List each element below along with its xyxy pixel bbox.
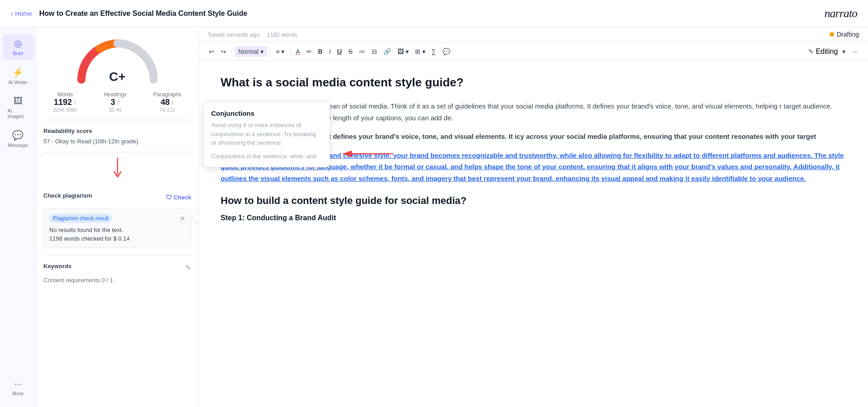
close-result-button[interactable]: ✕ bbox=[179, 214, 185, 223]
sidebar-item-more[interactable]: ··· More bbox=[2, 375, 34, 400]
paragraphs-up-arrow: ↑ bbox=[171, 99, 174, 106]
link-button[interactable]: 🔗 bbox=[381, 46, 394, 57]
top-nav: ‹ Home How to Create an Effective Social… bbox=[0, 0, 868, 27]
sidebar-item-ai-writer-label: AI Writer bbox=[8, 80, 28, 85]
result-header: Plagiarism check result ✕ bbox=[49, 214, 185, 223]
drafting-dot bbox=[830, 32, 834, 37]
more-options-button[interactable]: ··· bbox=[850, 46, 861, 57]
redo-button[interactable]: ↪ bbox=[218, 46, 229, 57]
italic-button[interactable]: I bbox=[326, 46, 334, 57]
toolbar-separator-3 bbox=[290, 47, 290, 56]
stat-headings-range: 32-49 bbox=[109, 107, 122, 113]
sidebar: ◎ Brief ⚡ AI Writer 🖼 AI Images 💬 Messag… bbox=[0, 27, 36, 407]
editor-meta: Saved seconds ago 1192 words bbox=[208, 31, 297, 38]
gauge-section: C+ Words 1192 ↑ 2246-3369 Headings 3 ↑ bbox=[43, 34, 191, 120]
result-no-results: No results found for the text. bbox=[49, 227, 185, 233]
sidebar-item-brief-label: Brief bbox=[13, 51, 23, 56]
sidebar-item-brief[interactable]: ◎ Brief bbox=[2, 34, 34, 60]
pencil-icon: ✎ bbox=[808, 48, 814, 55]
check-label: Check bbox=[174, 194, 191, 201]
stat-headings-value: 3 ↑ bbox=[111, 98, 120, 107]
keywords-content: Content requirements 0 / 1 bbox=[43, 277, 191, 284]
stat-paragraphs-value: 48 ↑ bbox=[160, 98, 174, 107]
plagiarism-title: Check plagiarism bbox=[43, 192, 92, 199]
keywords-title: Keywords bbox=[43, 263, 71, 270]
table-button[interactable]: ⊞ ▾ bbox=[412, 46, 428, 57]
underline-button[interactable]: U bbox=[335, 46, 345, 57]
more-icon: ··· bbox=[14, 379, 22, 389]
text-color-button[interactable]: A bbox=[293, 46, 302, 57]
stat-paragraphs: Paragraphs 48 ↑ 74-111 bbox=[153, 91, 181, 113]
red-down-arrow bbox=[112, 158, 123, 180]
saved-status: Saved seconds ago bbox=[208, 31, 259, 38]
numbered-list-button[interactable]: ⊟ bbox=[369, 46, 380, 57]
plagiarism-header: Check plagiarism 🛡 Check bbox=[43, 192, 191, 203]
ai-images-icon: 🖼 bbox=[14, 96, 23, 106]
editing-dropdown-button[interactable]: ▾ bbox=[840, 46, 848, 57]
formula-button[interactable]: ∑ bbox=[429, 46, 439, 57]
readability-score: 57 - Okay to Read (10th-12th grade) bbox=[43, 138, 191, 145]
stat-words-value: 1192 ↑ bbox=[54, 98, 76, 107]
grade-text: C+ bbox=[109, 70, 126, 84]
sidebar-item-ai-images[interactable]: 🖼 AI Images bbox=[2, 92, 34, 123]
drafting-badge: Drafting bbox=[830, 31, 859, 38]
readability-section: Readability score 57 - Okay to Read (10t… bbox=[43, 120, 191, 152]
stat-words: Words 1192 ↑ 2246-3369 bbox=[53, 91, 77, 113]
content-h3: Step 1: Conducting a Brand Audit bbox=[221, 214, 846, 222]
toolbar-separator-1 bbox=[231, 47, 232, 56]
align-button[interactable]: ≡ ▾ bbox=[273, 46, 287, 57]
tooltip-description: Avoid using 4 or more instances of conju… bbox=[211, 121, 322, 147]
tooltip-instances: Conjunctions in the sentence: while, and bbox=[211, 153, 322, 160]
collapse-panel-button[interactable]: ‹ bbox=[193, 211, 199, 223]
top-nav-left: ‹ Home How to Create an Effective Social… bbox=[11, 9, 247, 18]
editor-header: Saved seconds ago 1192 words Drafting bbox=[199, 27, 868, 42]
edit-icon[interactable]: ✎ bbox=[185, 264, 191, 272]
shield-icon: 🛡 bbox=[166, 194, 172, 201]
sidebar-item-message[interactable]: 💬 Message bbox=[2, 126, 34, 151]
back-link[interactable]: ‹ Home bbox=[11, 9, 32, 18]
tooltip-popup: Conjunctions Avoid using 4 or more insta… bbox=[203, 102, 330, 167]
stat-headings-label: Headings bbox=[104, 91, 127, 98]
toolbar-separator-2 bbox=[270, 47, 270, 56]
undo-button[interactable]: ↩ bbox=[206, 46, 217, 57]
bullet-list-button[interactable]: ≔ bbox=[356, 46, 368, 57]
message-icon: 💬 bbox=[12, 130, 24, 141]
arrow-down bbox=[43, 152, 191, 185]
check-plagiarism-button[interactable]: 🛡 Check bbox=[166, 194, 191, 201]
sidebar-item-ai-writer[interactable]: ⚡ AI Writer bbox=[2, 63, 34, 89]
highlight-button[interactable]: ✏ bbox=[304, 46, 315, 57]
stat-headings: Headings 3 ↑ 32-49 bbox=[104, 91, 127, 113]
main-layout: ◎ Brief ⚡ AI Writer 🖼 AI Images 💬 Messag… bbox=[0, 27, 868, 407]
tooltip-title: Conjunctions bbox=[211, 109, 322, 117]
readability-title: Readability score bbox=[43, 128, 191, 134]
toolbar: ↩ ↪ Normal ▾ ≡ ▾ A ✏ B I U S ≔ ⊟ 🔗 🖼 ▾ ⊞… bbox=[199, 42, 868, 61]
logo: narrato bbox=[825, 7, 857, 20]
result-badge: Plagiarism check result bbox=[49, 214, 112, 223]
normal-style-label: Normal bbox=[238, 48, 259, 55]
stat-words-range: 2246-3369 bbox=[53, 107, 77, 113]
sidebar-item-ai-images-label: AI Images bbox=[8, 108, 28, 119]
panel: C+ Words 1192 ↑ 2246-3369 Headings 3 ↑ bbox=[36, 27, 199, 407]
keywords-header: Keywords ✎ bbox=[43, 263, 191, 273]
headings-up-arrow: ↑ bbox=[117, 99, 120, 106]
content-h1: What is a social media content style gui… bbox=[221, 76, 846, 90]
bold-button[interactable]: B bbox=[316, 46, 326, 57]
plagiarism-result: Plagiarism check result ✕ No results fou… bbox=[43, 208, 191, 248]
stat-paragraphs-label: Paragraphs bbox=[153, 91, 181, 98]
image-button[interactable]: 🖼 ▾ bbox=[395, 46, 411, 57]
words-up-arrow: ↑ bbox=[73, 99, 76, 106]
editing-section: ✎ Editing ▾ ··· bbox=[808, 46, 861, 57]
editing-label: Editing bbox=[816, 47, 838, 56]
sidebar-item-more-label: More bbox=[12, 391, 24, 396]
comment-button[interactable]: 💬 bbox=[440, 46, 453, 57]
drafting-label: Drafting bbox=[837, 31, 859, 38]
keywords-section: Keywords ✎ Content requirements 0 / 1 bbox=[43, 256, 191, 291]
normal-style-dropdown[interactable]: Normal ▾ bbox=[235, 46, 267, 57]
strikethrough-button[interactable]: S bbox=[345, 46, 355, 57]
red-left-arrow bbox=[339, 149, 393, 160]
stat-words-label: Words bbox=[57, 91, 73, 98]
back-label: Home bbox=[15, 10, 32, 17]
ai-writer-icon: ⚡ bbox=[12, 67, 24, 78]
content-h2: How to build a content style guide for s… bbox=[221, 195, 846, 207]
editor-content[interactable]: What is a social media content style gui… bbox=[199, 61, 868, 407]
